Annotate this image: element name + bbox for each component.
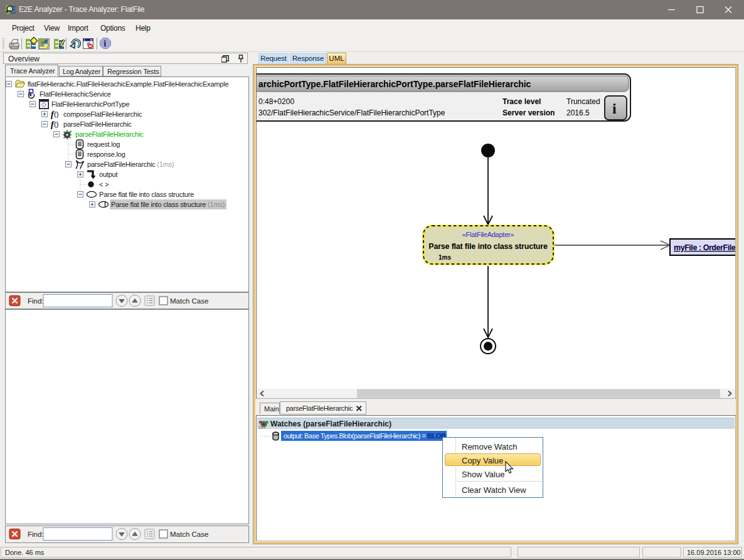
svg-text:archicPortType.FlatFileHierarc: archicPortType.FlatFileHierarchicPortTyp… xyxy=(258,80,531,89)
svg-text:0:48+0200: 0:48+0200 xyxy=(258,97,294,106)
svg-text:myFile : OrderFile: myFile : OrderFile xyxy=(674,243,735,252)
svg-text:(): () xyxy=(54,120,58,128)
svg-text:2016.5: 2016.5 xyxy=(566,108,590,117)
svg-text:2: 2 xyxy=(8,6,11,12)
svg-text:i: i xyxy=(104,39,106,48)
svg-text:2: 2 xyxy=(41,40,45,48)
svg-text:302/FlatFileHierachicService/F: 302/FlatFileHierachicService/FlatFileHie… xyxy=(258,108,445,117)
svg-text:Server version: Server version xyxy=(502,108,555,117)
svg-text:(): () xyxy=(54,110,58,118)
svg-text:1ms: 1ms xyxy=(438,254,451,261)
svg-text:Trace level: Trace level xyxy=(502,97,541,106)
svg-text:i: i xyxy=(612,100,617,117)
svg-text:Truncated: Truncated xyxy=(566,97,600,106)
svg-text:Parse flat file into class str: Parse flat file into class structure xyxy=(428,242,548,251)
svg-text:«FlatFileAdapter»: «FlatFileAdapter» xyxy=(462,231,514,238)
